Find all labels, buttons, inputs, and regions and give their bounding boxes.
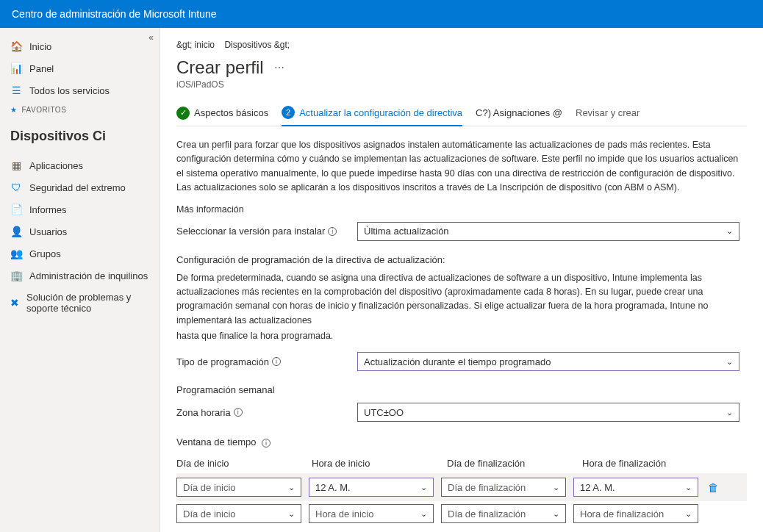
schedule-type-select[interactable]: Actualización durante el tiempo programa… bbox=[357, 352, 739, 371]
app-title: Centro de administración de Microsoft In… bbox=[12, 8, 217, 20]
end-day-select[interactable]: Día de finalización ⌄ bbox=[441, 504, 566, 523]
step-update-config[interactable]: 2 Actualizar la configuración de directi… bbox=[282, 106, 462, 126]
step-basics[interactable]: ✓ Aspectos básicos bbox=[176, 107, 268, 126]
page-title: Crear perfil bbox=[176, 57, 264, 78]
list-icon: ☰ bbox=[10, 85, 22, 96]
home-icon: 🏠 bbox=[10, 40, 22, 52]
shield-icon: 🛡 bbox=[10, 181, 22, 193]
star-icon: ★ bbox=[10, 106, 18, 114]
schedule-description2: hasta que finalice la hora programada. bbox=[176, 329, 747, 343]
sidebar-item-panel[interactable]: 📊 Panel bbox=[0, 57, 160, 79]
step-label: C?) Asignaciones @ bbox=[476, 107, 562, 118]
tenant-icon: 🏢 bbox=[10, 270, 22, 281]
main-content: &gt; inicio Dispositivos &gt; Crear perf… bbox=[160, 28, 763, 532]
version-select[interactable]: Última actualización ⌄ bbox=[357, 222, 739, 241]
more-actions-icon[interactable]: ⋯ bbox=[274, 62, 284, 73]
profile-description: Crea un perfil para forzar que los dispo… bbox=[176, 138, 747, 195]
dashboard-icon: 📊 bbox=[10, 62, 22, 74]
chevron-down-icon: ⌄ bbox=[726, 357, 733, 367]
chevron-down-icon: ⌄ bbox=[553, 509, 559, 519]
schedule-type-label: Tipo de programación i bbox=[176, 356, 357, 367]
breadcrumb-item[interactable]: Dispositivos &gt; bbox=[224, 40, 290, 50]
chevron-down-icon: ⌄ bbox=[685, 483, 692, 492]
topbar: Centro de administración de Microsoft In… bbox=[0, 0, 763, 28]
breadcrumb-item[interactable]: &gt; inicio bbox=[176, 40, 215, 50]
table-row: Día de inicio ⌄ Hora de inicio ⌄ Día de … bbox=[176, 501, 747, 526]
select-value: UTC±OO bbox=[364, 407, 404, 418]
sidebar-item-inicio[interactable]: 🏠 Inicio bbox=[0, 35, 160, 57]
chevron-down-icon: ⌄ bbox=[288, 509, 295, 519]
sidebar-item-servicios[interactable]: ☰ Todos los servicios bbox=[0, 79, 160, 101]
table-row: Día de inicio ⌄ 12 A. M. ⌄ Día de finali… bbox=[176, 473, 747, 501]
chevron-down-icon: ⌄ bbox=[420, 509, 427, 519]
step-label: Actualizar la configuración de directiva bbox=[299, 107, 462, 118]
collapse-sidebar-icon[interactable]: « bbox=[148, 32, 154, 43]
sidebar-item-seguridad[interactable]: 🛡 Seguridad del extremo bbox=[0, 176, 160, 198]
table-header: Día de inicio Hora de inicio Día de fina… bbox=[176, 453, 747, 473]
sidebar-item-label: Solución de problemas y soporte técnico bbox=[26, 292, 149, 314]
sidebar-item-label: Grupos bbox=[29, 248, 61, 259]
info-icon[interactable]: i bbox=[262, 439, 271, 447]
step-label: Revisar y crear bbox=[576, 107, 640, 118]
chevron-down-icon: ⌄ bbox=[420, 483, 427, 492]
sidebar-item-inquilinos[interactable]: 🏢 Administración de inquilinos bbox=[0, 265, 160, 287]
delete-row-icon[interactable]: 🗑 bbox=[706, 481, 720, 494]
time-window-heading: Ventana de tiempo i bbox=[176, 436, 747, 447]
sidebar-item-label: Informes bbox=[29, 204, 67, 215]
breadcrumb[interactable]: &gt; inicio Dispositivos &gt; bbox=[176, 40, 747, 50]
sidebar-item-label: Inicio bbox=[29, 41, 51, 52]
apps-icon: ▦ bbox=[10, 159, 22, 171]
sidebar-item-label: Panel bbox=[29, 63, 54, 74]
select-value: Actualización durante el tiempo programa… bbox=[364, 356, 551, 367]
sidebar-item-label: Todos los servicios bbox=[29, 85, 110, 96]
schedule-heading: Configuración de programación de la dire… bbox=[176, 254, 747, 265]
schedule-description: De forma predeterminada, cuando se asign… bbox=[176, 271, 747, 328]
chevron-down-icon: ⌄ bbox=[685, 509, 692, 519]
version-label: Seleccionar la versión para instalar i bbox=[176, 226, 357, 237]
sidebar-item-label: Aplicaciones bbox=[29, 160, 83, 171]
wrench-icon: ✖ bbox=[10, 297, 19, 309]
chevron-down-icon: ⌄ bbox=[288, 483, 295, 492]
info-icon[interactable]: i bbox=[272, 357, 281, 366]
col-end-time: Hora de finalización bbox=[582, 458, 710, 469]
chevron-down-icon: ⌄ bbox=[726, 226, 733, 236]
info-icon[interactable]: i bbox=[328, 227, 337, 236]
sidebar-item-label: Seguridad del extremo bbox=[29, 182, 126, 193]
sidebar-item-aplicaciones[interactable]: ▦ Aplicaciones bbox=[0, 154, 160, 176]
start-time-select[interactable]: 12 A. M. ⌄ bbox=[309, 478, 434, 497]
step-review[interactable]: Revisar y crear bbox=[576, 107, 640, 124]
sidebar: « 🏠 Inicio 📊 Panel ☰ Todos los servicios… bbox=[0, 28, 160, 532]
end-time-select[interactable]: 12 A. M. ⌄ bbox=[573, 478, 698, 497]
more-info-link[interactable]: Más información bbox=[176, 204, 747, 215]
sidebar-item-grupos[interactable]: 👥 Grupos bbox=[0, 242, 160, 265]
step-number-icon: 2 bbox=[282, 106, 295, 119]
sidebar-item-usuarios[interactable]: 👤 Usuarios bbox=[0, 220, 160, 242]
col-start-time: Hora de inicio bbox=[312, 458, 440, 469]
user-icon: 👤 bbox=[10, 226, 22, 237]
chevron-down-icon: ⌄ bbox=[553, 483, 559, 492]
wizard-steps: ✓ Aspectos básicos 2 Actualizar la confi… bbox=[176, 106, 747, 126]
start-day-select[interactable]: Día de inicio ⌄ bbox=[176, 478, 301, 497]
col-start-day: Día de inicio bbox=[176, 458, 304, 469]
timezone-select[interactable]: UTC±OO ⌄ bbox=[357, 403, 739, 422]
select-value: Última actualización bbox=[364, 226, 449, 237]
end-time-select[interactable]: Hora de finalización ⌄ bbox=[573, 504, 698, 523]
report-icon: 📄 bbox=[10, 204, 22, 215]
start-day-select[interactable]: Día de inicio ⌄ bbox=[176, 504, 301, 523]
sidebar-heading: Dispositivos Ci bbox=[0, 118, 160, 151]
end-day-select[interactable]: Día de finalización ⌄ bbox=[441, 478, 566, 497]
page-subtitle: iOS/iPadOS bbox=[176, 79, 747, 90]
chevron-down-icon: ⌄ bbox=[726, 408, 733, 417]
weekly-heading: Programación semanal bbox=[176, 384, 747, 395]
favorites-label: ★ FAVORITOS bbox=[0, 101, 160, 118]
time-window-table: Día de inicio Hora de inicio Día de fina… bbox=[176, 453, 747, 526]
start-time-select[interactable]: Hora de inicio ⌄ bbox=[309, 504, 434, 523]
info-icon[interactable]: i bbox=[234, 408, 243, 417]
sidebar-item-informes[interactable]: 📄 Informes bbox=[0, 198, 160, 220]
sidebar-item-soporte[interactable]: ✖ Solución de problemas y soporte técnic… bbox=[0, 287, 160, 319]
timezone-label: Zona horaria i bbox=[176, 407, 357, 418]
sidebar-item-label: Usuarios bbox=[29, 226, 67, 237]
step-label: Aspectos básicos bbox=[194, 107, 268, 118]
step-assignments[interactable]: C?) Asignaciones @ bbox=[476, 107, 562, 124]
col-end-day: Día de finalización bbox=[447, 458, 575, 469]
